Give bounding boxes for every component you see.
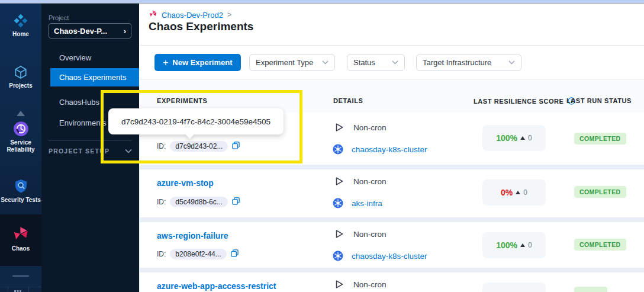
- delta-up-icon: [520, 243, 525, 247]
- schedule-label: Non-cron: [353, 177, 387, 186]
- security-tests-icon: [13, 178, 29, 197]
- rail-bottom-divider: [28, 287, 29, 292]
- service-reliability-icon: [13, 121, 29, 139]
- experiment-type-filter-label: Experiment Type: [256, 58, 313, 67]
- rail-item-service-reliability[interactable]: Service Reliability: [0, 121, 41, 153]
- infrastructure-link[interactable]: chaosday-k8s-cluster: [352, 252, 427, 261]
- rail-item-security-tests[interactable]: Security Tests: [0, 178, 41, 204]
- copy-icon[interactable]: [231, 249, 239, 259]
- column-header-run-status: LAST RUN STATUS: [566, 97, 632, 104]
- resilience-score: [482, 283, 546, 292]
- schedule-label: Non-cron: [353, 280, 387, 289]
- project-selector-value: Chaos-Dev-P...: [54, 27, 107, 36]
- infrastructure-link[interactable]: chaosday-k8s-cluster: [352, 145, 427, 154]
- new-experiment-button[interactable]: + New Experiment: [154, 54, 241, 71]
- project-setup-label: PROJECT SETUP: [49, 147, 110, 155]
- sidebar-item-label: Overview: [59, 53, 91, 62]
- rail-item-projects[interactable]: Projects: [0, 65, 41, 89]
- rail-bottom-divider: [8, 287, 8, 292]
- sidebar-item-label: ChaosHubs: [59, 98, 99, 107]
- chevron-right-icon: ›: [124, 27, 126, 36]
- target-infrastructure-filter[interactable]: Target Infrastructure: [416, 54, 521, 71]
- project-setup-toggle[interactable]: PROJECT SETUP: [49, 147, 137, 155]
- table-row[interactable]: azure-vm-stop ID: d5c49d8b-6c... Non-cro…: [140, 169, 644, 217]
- rail-label-projects: Projects: [0, 82, 41, 89]
- target-infrastructure-filter-label: Target Infrastructure: [423, 58, 491, 67]
- id-tooltip-text: d7c9d243-0219-4f7c-84c2-3004e59e4505: [121, 117, 271, 126]
- infrastructure-link[interactable]: aks-infra: [352, 199, 382, 208]
- experiment-name-link[interactable]: azure-vm-stop: [157, 178, 214, 188]
- schedule-line: Non-cron: [334, 229, 387, 239]
- status-badge: COMPLETED: [574, 133, 626, 145]
- column-header-score-label: LAST RESILIENCE SCORE: [474, 98, 564, 105]
- experiment-id-pill[interactable]: d5c49d8b-6c...: [170, 197, 227, 207]
- sidebar-item-label: Environments: [59, 118, 106, 127]
- rail-label-service-reliability: Service Reliability: [0, 139, 41, 153]
- kubernetes-icon: [333, 251, 343, 261]
- new-experiment-label: New Experiment: [172, 58, 232, 67]
- status-badge: COMPLETED: [574, 239, 626, 251]
- copy-icon[interactable]: [232, 141, 240, 152]
- score-delta: 0: [528, 241, 532, 249]
- chevron-up-icon: [17, 111, 25, 116]
- play-icon: [334, 177, 344, 186]
- table-header-row: [139, 79, 644, 113]
- sidebar-item-overview[interactable]: Overview: [41, 50, 139, 66]
- breadcrumb-project-link[interactable]: Chaos-Dev-Prod2: [162, 11, 223, 20]
- rail-bottom-bar: [0, 287, 41, 292]
- copy-icon[interactable]: [232, 197, 240, 207]
- status-filter[interactable]: Status: [347, 54, 405, 71]
- module-rail: Home Projects Serv: [0, 4, 41, 292]
- rail-label-home: Home: [0, 31, 41, 38]
- experiment-id-pill[interactable]: b208e0f2-44...: [170, 249, 226, 259]
- play-icon: [334, 280, 344, 289]
- sidebar-item-chaos-experiments[interactable]: Chaos Experiments: [50, 68, 139, 86]
- score-value: 100%: [496, 133, 517, 143]
- experiment-id-pill[interactable]: d7c9d243-02...: [170, 141, 228, 152]
- app-window: Home Projects Serv: [0, 0, 644, 292]
- id-label: ID:: [157, 250, 166, 258]
- home-icon: [13, 13, 28, 31]
- schedule-label: Non-cron: [353, 230, 387, 239]
- experiment-name-link[interactable]: aws-region-failure: [157, 231, 228, 240]
- breadcrumb: Chaos-Dev-Prod2 >: [149, 9, 231, 20]
- experiment-type-filter[interactable]: Experiment Type: [249, 54, 335, 71]
- score-delta: 0: [528, 134, 532, 142]
- column-header-details: DETAILS: [333, 97, 363, 104]
- id-label: ID:: [157, 198, 166, 206]
- project-selector[interactable]: Chaos-Dev-P... ›: [49, 23, 131, 38]
- page-title: Chaos Experiments: [149, 20, 253, 33]
- score-value: 0%: [501, 188, 513, 197]
- sidebar-divider: [49, 140, 131, 141]
- play-icon: [334, 123, 344, 132]
- id-tooltip: d7c9d243-0219-4f7c-84c2-3004e59e4505: [108, 108, 284, 134]
- kubernetes-icon: [333, 198, 343, 208]
- experiment-name-link[interactable]: azure-web-app-access-restrict: [157, 281, 276, 291]
- score-value: 100%: [496, 240, 517, 250]
- delta-up-icon: [520, 136, 525, 140]
- breadcrumb-separator: >: [227, 11, 231, 19]
- rail-divider: [12, 275, 29, 277]
- play-icon: [334, 229, 344, 239]
- status-badge: COMPLETED: [574, 186, 626, 198]
- column-header-score: LAST RESILIENCE SCORE: [474, 97, 575, 106]
- schedule-line: Non-cron: [334, 280, 387, 289]
- status-badge: [574, 287, 607, 292]
- experiment-id-line: ID: d7c9d243-02...: [157, 141, 240, 152]
- table-row[interactable]: azure-web-app-access-restrict Non-cron: [140, 272, 644, 292]
- module-grid-icon[interactable]: [14, 289, 21, 292]
- projects-icon: [13, 65, 28, 82]
- infrastructure-line: chaosday-k8s-cluster: [333, 144, 427, 155]
- table-row[interactable]: aws-region-failure ID: b208e0f2-44... No…: [140, 222, 644, 268]
- sidebar-item-label: Chaos Experiments: [59, 73, 126, 82]
- column-header-experiments: EXPERIMENTS: [157, 97, 207, 104]
- schedule-label: Non-cron: [353, 123, 387, 132]
- rail-item-home[interactable]: Home: [0, 13, 41, 38]
- project-label: Project: [49, 14, 69, 21]
- rail-item-chaos[interactable]: Chaos: [0, 225, 41, 252]
- infrastructure-line: aks-infra: [333, 198, 382, 208]
- score-delta: 0: [523, 188, 527, 197]
- project-sidebar: Project Chaos-Dev-P... › Overview Chaos …: [41, 4, 139, 292]
- rail-scroll-up[interactable]: [0, 108, 41, 118]
- plus-icon: +: [163, 57, 168, 68]
